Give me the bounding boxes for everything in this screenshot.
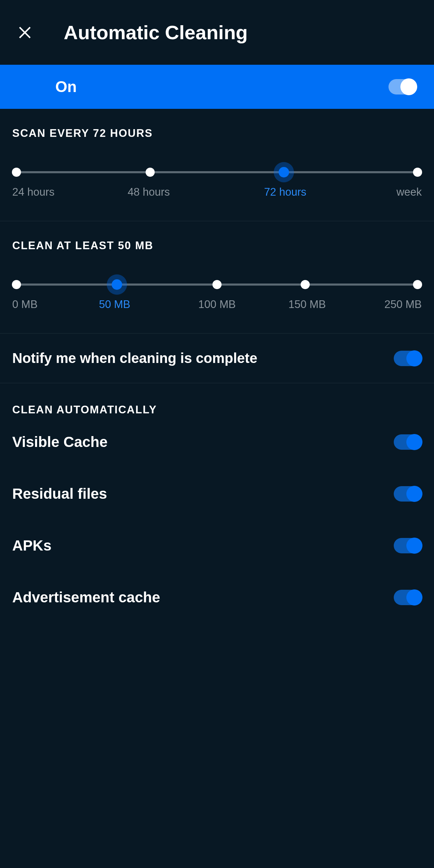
residual-files-toggle[interactable] [394, 486, 422, 502]
scan-label-0: 24 hours [12, 186, 55, 198]
clean-auto-header: CLEAN AUTOMATICALLY [0, 383, 434, 416]
scan-slider-dot-2[interactable] [279, 167, 289, 177]
scan-slider-dot-0[interactable] [12, 168, 21, 177]
scan-slider-dot-3[interactable] [413, 168, 422, 177]
clean-item-label: APKs [12, 537, 51, 554]
clean-slider-dot-0[interactable] [12, 280, 21, 289]
clean-item-apks: APKs [0, 520, 434, 572]
header: Automatic Cleaning [0, 0, 434, 65]
scan-label-1: 48 hours [128, 186, 170, 198]
clean-item-label: Advertisement cache [12, 589, 160, 606]
clean-item-residual-files: Residual files [0, 468, 434, 520]
clean-size-header: CLEAN AT LEAST 50 MB [12, 239, 422, 252]
clean-size-section: CLEAN AT LEAST 50 MB 0 MB 50 MB 100 MB 1… [0, 221, 434, 334]
close-icon[interactable] [18, 25, 32, 40]
scan-slider[interactable]: 24 hours 48 hours 72 hours week [12, 171, 422, 207]
notify-toggle[interactable] [394, 351, 422, 366]
clean-item-label: Visible Cache [12, 434, 107, 450]
on-label: On [55, 78, 77, 96]
notify-row: Notify me when cleaning is complete [0, 334, 434, 383]
notify-label: Notify me when cleaning is complete [12, 350, 257, 366]
scan-slider-dot-1[interactable] [146, 168, 155, 177]
scan-label-3: week [397, 186, 422, 198]
on-banner: On [0, 65, 434, 109]
main-toggle[interactable] [388, 79, 416, 94]
visible-cache-toggle[interactable] [394, 434, 422, 450]
clean-label-1: 50 MB [99, 298, 131, 311]
scan-section-header: SCAN EVERY 72 HOURS [12, 127, 422, 140]
clean-slider-dot-3[interactable] [301, 280, 310, 289]
clean-item-visible-cache: Visible Cache [0, 416, 434, 468]
apks-toggle[interactable] [394, 538, 422, 553]
scan-section: SCAN EVERY 72 HOURS 24 hours 48 hours 72… [0, 109, 434, 221]
clean-label-4: 250 MB [384, 298, 422, 311]
ad-cache-toggle[interactable] [394, 590, 422, 605]
clean-item-ad-cache: Advertisement cache [0, 572, 434, 623]
clean-label-2: 100 MB [198, 298, 236, 311]
clean-item-label: Residual files [12, 485, 107, 502]
clean-label-3: 150 MB [288, 298, 326, 311]
clean-slider-dot-1[interactable] [112, 279, 122, 290]
clean-slider-dot-2[interactable] [212, 280, 222, 289]
clean-slider-dot-4[interactable] [413, 280, 422, 289]
scan-label-2: 72 hours [264, 186, 307, 198]
clean-label-0: 0 MB [12, 298, 37, 311]
clean-size-slider[interactable]: 0 MB 50 MB 100 MB 150 MB 250 MB [12, 284, 422, 319]
page-title: Automatic Cleaning [64, 21, 248, 44]
